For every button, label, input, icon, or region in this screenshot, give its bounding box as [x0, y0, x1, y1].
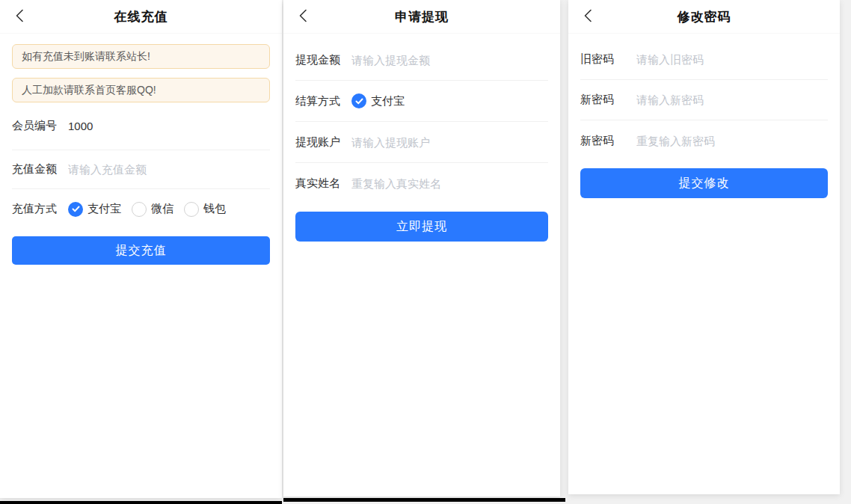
new-password-input[interactable]	[636, 91, 828, 109]
recharge-method-options: 支付宝 微信 钱包	[68, 202, 226, 217]
page-title: 申请提现	[395, 8, 449, 25]
radio-label: 钱包	[203, 202, 226, 216]
navbar-recharge: 在线充值	[0, 0, 282, 34]
withdraw-amount-input[interactable]	[351, 51, 548, 69]
screen-bottom-bar	[0, 501, 282, 504]
navbar-password: 修改密码	[568, 0, 840, 34]
password-form: 旧密码 新密码 新密码 提交修改	[568, 34, 840, 198]
radio-wallet[interactable]: 钱包	[184, 202, 226, 217]
page-title: 在线充值	[114, 8, 168, 25]
radio-checked-icon	[351, 93, 366, 108]
member-id-row: 会员编号 1000	[12, 102, 270, 150]
member-id-value: 1000	[68, 120, 93, 132]
radio-checked-icon	[68, 202, 83, 217]
notice-banner: 人工加款请联系首页客服QQ!	[12, 78, 270, 102]
submit-withdraw-button[interactable]: 立即提现	[295, 212, 548, 242]
withdraw-account-row: 提现账户	[295, 122, 548, 163]
old-password-row: 旧密码	[580, 40, 828, 80]
radio-unchecked-icon	[184, 202, 199, 217]
notice-banner: 如有充值未到账请联系站长!	[12, 44, 270, 69]
page: 在线充值 如有充值未到账请联系站长! 人工加款请联系首页客服QQ! 会员编号 1…	[0, 0, 851, 504]
screen-bottom-bar	[283, 498, 565, 502]
withdraw-account-label: 提现账户	[295, 135, 351, 150]
chevron-left-icon	[583, 8, 592, 25]
settle-method-options: 支付宝	[351, 93, 405, 108]
withdraw-form: 提现金额 结算方式 支付宝 提现账户 真	[283, 34, 560, 242]
radio-label: 微信	[151, 202, 173, 216]
real-name-row: 真实姓名	[295, 163, 548, 204]
radio-wechat[interactable]: 微信	[132, 202, 173, 217]
real-name-input[interactable]	[351, 175, 548, 193]
chevron-left-icon	[15, 8, 24, 25]
chevron-left-icon	[298, 8, 307, 25]
recharge-form: 如有充值未到账请联系站长! 人工加款请联系首页客服QQ! 会员编号 1000 充…	[0, 44, 282, 265]
recharge-amount-label: 充值金额	[12, 162, 68, 176]
back-button[interactable]	[10, 0, 28, 33]
confirm-password-label: 新密码	[580, 134, 636, 148]
panel-recharge: 在线充值 如有充值未到账请联系站长! 人工加款请联系首页客服QQ! 会员编号 1…	[0, 0, 282, 498]
new-password-label: 新密码	[580, 93, 636, 107]
old-password-input[interactable]	[636, 51, 828, 69]
new-password-row: 新密码	[580, 80, 828, 120]
page-title: 修改密码	[678, 8, 731, 25]
withdraw-amount-label: 提现金额	[295, 53, 351, 67]
recharge-method-row: 充值方式 支付宝 微信 钱包	[12, 189, 270, 229]
recharge-amount-input[interactable]	[68, 161, 270, 179]
member-id-label: 会员编号	[12, 119, 68, 133]
submit-recharge-button[interactable]: 提交充值	[12, 236, 270, 265]
confirm-password-input[interactable]	[636, 132, 828, 150]
back-button[interactable]	[294, 0, 312, 33]
settle-method-label: 结算方式	[295, 94, 351, 108]
radio-unchecked-icon	[132, 202, 147, 217]
submit-password-button[interactable]: 提交修改	[580, 168, 828, 198]
recharge-method-label: 充值方式	[12, 202, 68, 216]
real-name-label: 真实姓名	[295, 176, 351, 191]
panel-password: 修改密码 旧密码 新密码 新密码 提交修改	[568, 0, 840, 494]
navbar-withdraw: 申请提现	[283, 0, 560, 34]
radio-label: 支付宝	[87, 202, 121, 216]
recharge-amount-row: 充值金额	[12, 150, 270, 189]
withdraw-account-input[interactable]	[351, 133, 548, 151]
settle-method-row: 结算方式 支付宝	[295, 81, 548, 122]
radio-label: 支付宝	[371, 94, 405, 108]
radio-alipay[interactable]: 支付宝	[351, 93, 405, 108]
confirm-password-row: 新密码	[580, 120, 828, 161]
old-password-label: 旧密码	[580, 52, 636, 67]
withdraw-amount-row: 提现金额	[295, 40, 548, 81]
panel-withdraw: 申请提现 提现金额 结算方式 支付宝 提现账户	[283, 0, 560, 497]
radio-alipay[interactable]: 支付宝	[68, 202, 121, 217]
back-button[interactable]	[579, 0, 597, 33]
